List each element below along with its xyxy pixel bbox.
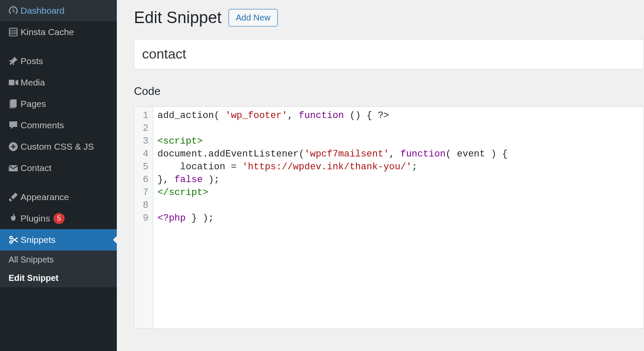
brush-icon <box>6 192 21 203</box>
line-number: 4 <box>140 148 148 161</box>
sidebar-item-label: Snippets <box>21 235 56 245</box>
sidebar-item-posts[interactable]: Posts <box>0 50 117 72</box>
sidebar-item-label: Contact <box>21 163 51 173</box>
code-line: </script> <box>157 186 639 199</box>
sidebar-item-label: Kinsta Cache <box>21 27 74 37</box>
sidebar-item-contact[interactable]: Contact <box>0 157 117 179</box>
code-line: }, false ); <box>157 174 639 186</box>
sidebar-item-label: Pages <box>21 99 46 109</box>
sidebar-item-label: Comments <box>21 120 64 130</box>
comment-icon <box>6 120 21 131</box>
line-number: 5 <box>140 161 148 174</box>
pin-icon <box>6 56 21 67</box>
line-number: 2 <box>140 122 148 135</box>
line-number: 3 <box>140 135 148 148</box>
sidebar-item-label: Custom CSS & JS <box>21 142 94 152</box>
code-line: document.addEventListener('wpcf7mailsent… <box>157 148 639 161</box>
media-icon <box>6 77 21 88</box>
plus-circle-icon <box>6 141 21 152</box>
update-count-badge: 5 <box>53 213 65 224</box>
page-title: Edit Snippet <box>134 9 222 27</box>
mail-icon <box>6 162 21 174</box>
sidebar-item-plugins[interactable]: Plugins5 <box>0 208 117 229</box>
line-number: 9 <box>140 212 148 225</box>
main-content: Edit Snippet Add New Code 123456789 add_… <box>117 0 644 351</box>
sidebar-subitem-edit-snippet[interactable]: Edit Snippet <box>0 269 117 287</box>
code-textarea[interactable]: add_action( 'wp_footer', function () { ?… <box>153 107 644 328</box>
admin-sidebar: DashboardKinsta CachePostsMediaPagesComm… <box>0 0 117 351</box>
sidebar-item-dashboard[interactable]: Dashboard <box>0 0 117 21</box>
line-number: 8 <box>140 199 148 212</box>
title-row: Edit Snippet Add New <box>134 9 644 27</box>
code-line <box>157 199 639 212</box>
code-line: add_action( 'wp_footer', function () { ?… <box>157 109 639 122</box>
add-new-button[interactable]: Add New <box>229 9 278 27</box>
sidebar-item-label: Plugins <box>21 213 50 224</box>
line-number: 7 <box>140 186 148 199</box>
code-line: location = 'https://wpdev.ink/thank-you/… <box>157 161 639 174</box>
sidebar-item-custom-css-js[interactable]: Custom CSS & JS <box>0 136 117 157</box>
code-line: <script> <box>157 135 639 148</box>
sidebar-item-pages[interactable]: Pages <box>0 93 117 115</box>
line-number: 6 <box>140 174 148 186</box>
plug-icon <box>6 213 21 224</box>
svg-rect-6 <box>9 100 15 108</box>
sidebar-item-label: Posts <box>21 56 43 66</box>
snippet-title-input[interactable] <box>134 39 644 69</box>
sidebar-item-kinsta-cache[interactable]: Kinsta Cache <box>0 21 117 43</box>
code-section-label: Code <box>134 85 644 98</box>
svg-rect-4 <box>9 80 15 86</box>
code-line: <?php } ); <box>157 212 639 225</box>
scissors-icon <box>6 234 21 245</box>
line-number: 1 <box>140 109 148 122</box>
line-number-gutter: 123456789 <box>134 107 153 328</box>
code-editor[interactable]: 123456789 add_action( 'wp_footer', funct… <box>134 106 644 329</box>
sidebar-item-media[interactable]: Media <box>0 72 117 93</box>
sidebar-item-label: Media <box>21 77 45 88</box>
sidebar-item-comments[interactable]: Comments <box>0 115 117 136</box>
sidebar-item-snippets[interactable]: Snippets <box>0 229 117 251</box>
database-icon <box>6 27 21 38</box>
sidebar-submenu: All SnippetsEdit Snippet <box>0 251 117 287</box>
sidebar-subitem-all-snippets[interactable]: All Snippets <box>0 251 117 269</box>
sidebar-item-appearance[interactable]: Appearance <box>0 186 117 208</box>
dashboard-icon <box>6 5 21 16</box>
code-line <box>157 122 639 135</box>
pages-icon <box>6 98 21 109</box>
sidebar-item-label: Appearance <box>21 192 69 202</box>
sidebar-item-label: Dashboard <box>21 6 65 16</box>
